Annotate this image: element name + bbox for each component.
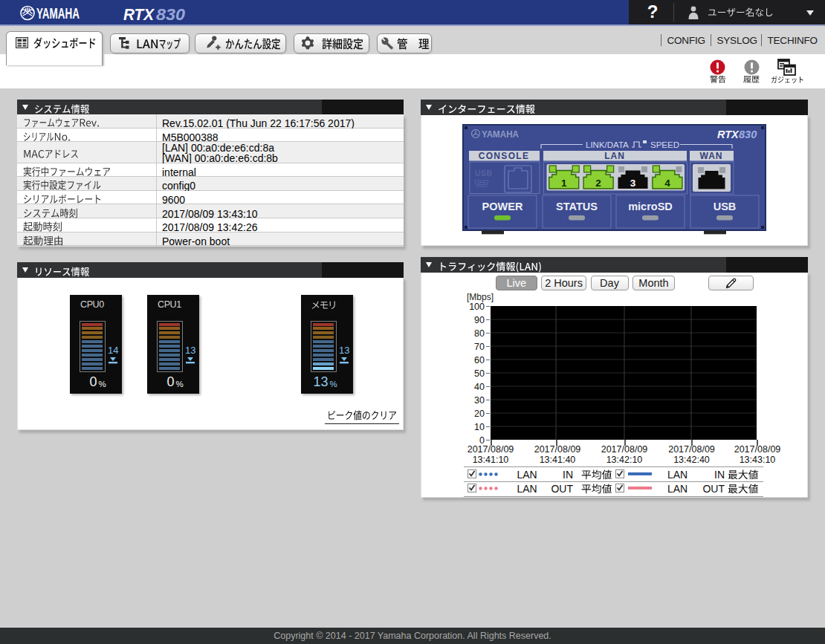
svg-text:RTX: RTX [123,6,155,23]
svg-text:CONSOLE: CONSOLE [479,151,529,161]
svg-text:830: 830 [739,129,757,140]
svg-text:LINK/DATA: LINK/DATA [586,140,629,149]
svg-text:STATUS: STATUS [556,201,598,212]
svg-text:USB: USB [714,201,737,212]
svg-text:SPEED: SPEED [650,140,679,149]
svg-text:1: 1 [561,178,567,189]
svg-text:3: 3 [630,178,636,189]
svg-text:USB: USB [475,169,493,178]
svg-text:POWER: POWER [482,201,523,212]
svg-text:LAN: LAN [604,151,625,161]
svg-text:YAMAHA: YAMAHA [36,5,80,21]
svg-text:WAN: WAN [700,151,723,161]
svg-text:microSD: microSD [628,201,673,212]
svg-text:2: 2 [595,178,601,189]
svg-text:RTX: RTX [717,129,740,140]
svg-text:YAMAHA: YAMAHA [482,129,519,140]
svg-text:4: 4 [664,178,670,189]
svg-text:830: 830 [156,6,185,23]
